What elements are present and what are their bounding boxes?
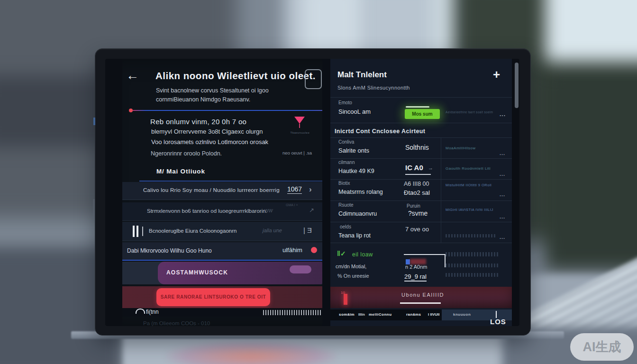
bg-sky-right <box>545 0 637 62</box>
flag-icon-stem <box>299 124 300 128</box>
task-line-2: blemyvl Orrervveme 3o8t Clgaexc olurgn <box>151 128 263 135</box>
chevron-right-icon: › <box>309 185 312 194</box>
flag-icon <box>294 117 305 124</box>
more-button[interactable]: ... <box>500 234 505 240</box>
more-button[interactable]: ... <box>500 191 505 197</box>
flag-caption: Tbasvnuolee <box>283 131 317 134</box>
list-item-label: Dabi Mkrorvoolo Wilhu Goo Huno <box>127 247 212 254</box>
row-value: A6 III8 00 <box>404 181 429 187</box>
task-meta-right: neo oeuvt | .sa <box>282 150 312 155</box>
row-label: Hautke 49 K9 <box>338 168 374 174</box>
more-button[interactable]: ... <box>500 171 505 177</box>
pause-icon-bar2 <box>136 226 138 237</box>
row-note: MoaAmlllHllsow <box>446 146 475 150</box>
more-button[interactable]: ... <box>500 150 505 156</box>
list-item-label: Calivo lou Rrio Soy moau / Nuoudilo lurr… <box>143 187 280 193</box>
list-item-script: jalla une <box>263 228 282 233</box>
desk-red-glow <box>166 341 337 364</box>
section-underline <box>139 181 322 182</box>
arrow-up-right-icon: ↗ <box>309 207 314 214</box>
bg-trees-lower <box>545 71 637 270</box>
status-row[interactable]: Emoto SincooL am Mos sum Aeldseieethire … <box>330 97 512 123</box>
progress-dot <box>129 109 133 112</box>
toggle-switch[interactable] <box>290 265 311 273</box>
metric-line-1: cm/dn Motial, <box>336 264 366 269</box>
row-top-label: cilmann <box>338 160 355 165</box>
taskbar-item[interactable]: melliConnu <box>369 312 392 317</box>
row-label: Salrite onts <box>338 147 369 154</box>
toggle-row[interactable]: AOSTAMHWUSOCK <box>158 262 322 284</box>
list-item-value: ulfāhim <box>282 246 302 254</box>
list-item[interactable]: Dabi Mkrorvoolo Wilhu Goo Huno ulfāhim <box>122 242 322 261</box>
page-title: Alikn noono Wileetlievt uio oleet. <box>155 70 316 82</box>
screen-left-margin <box>105 59 122 326</box>
text-cursor <box>496 311 497 318</box>
detail-row[interactable]: Biotix Meatsrrns rolang A6 III8 00 Ðtao2… <box>330 179 512 201</box>
status-label: SincooL am <box>338 108 371 115</box>
status-topline <box>406 106 429 108</box>
detail-row[interactable]: Conliva Salrite onts Solthnis MoaAmlllHl… <box>330 137 512 159</box>
row-value: Puruin <box>407 203 420 209</box>
scrollbar[interactable] <box>515 63 519 108</box>
taskbar: somāim IIIin melliConnu ranāms I IIVUIl … <box>330 309 512 320</box>
panel-subtitle: Slons AmM Slinesucynnontth <box>337 85 410 91</box>
bezel-side-tick-grey <box>93 199 95 221</box>
progress-line <box>133 110 323 111</box>
list-item[interactable]: Calivo lou Rrio Soy moau / Nuoudilo lurr… <box>122 182 322 200</box>
row-note: MistulHitM IIOtlttl 9 ORoll <box>446 183 491 187</box>
panel-divider <box>322 59 330 326</box>
taskbar-item[interactable]: somāim <box>339 312 355 317</box>
bezel-side-tick-blue <box>93 118 95 125</box>
list-item[interactable]: Bcnooleruglbe Eiura Coloonogaonrn jalla … <box>122 222 322 241</box>
taskbar-item[interactable]: ranāms <box>406 312 421 317</box>
screen: ← Alikn noono Wileetlievt uio oleet. Svi… <box>105 59 519 326</box>
row-label: Teana lip rot <box>338 232 371 239</box>
right-section-title: Inicrtd Cont Cnclosee Acirteut <box>335 128 425 135</box>
taskbar-item[interactable]: knuuuon <box>453 312 471 317</box>
detail-row[interactable]: Rsuote Cdimnuaonvru Puruin ?svme MlGirtl… <box>330 200 512 222</box>
banner-label: Ubonu EAIIIID <box>394 292 451 298</box>
metric-line-2: % On ureesie <box>337 273 369 279</box>
row-note: MlGirtl lAVtSTlA IVIti IIILIJ <box>446 208 493 212</box>
task-line-4: Ngeronrinnr oroolo Polodn. <box>151 150 222 157</box>
metric-redaction-3 <box>446 273 499 277</box>
list-item-label: Bcnooleruglbe Eiura Coloonogaonrn <box>149 228 237 234</box>
page-subtitle: Svint bacnolnew corvus Stesaltunet oi lg… <box>156 86 280 105</box>
pause-icon <box>133 226 135 237</box>
copy-icon[interactable] <box>305 69 322 89</box>
more-button[interactable]: ... <box>500 111 506 118</box>
panel-title: Malt Tnlelent <box>337 70 387 80</box>
list-item-script: ww <box>264 207 273 214</box>
task-line-1: Reb onlumv vinm, 20 0h 7 oo <box>150 118 246 126</box>
list-item[interactable]: Strmxlenvonn bo6 tanrioo od luoegreurrrk… <box>122 202 322 221</box>
photo-scene: ← Alikn noono Wileetlievt uio oleet. Svi… <box>0 0 637 364</box>
headphone-icon <box>136 309 145 314</box>
trend-arrow-icon: → <box>428 165 433 171</box>
metric-redaction-2 <box>446 264 499 267</box>
detail-row[interactable]: oelds Teana lip rot 7 ove oo ... <box>330 222 512 243</box>
chevron-icon: | Ǝ <box>303 226 312 234</box>
pause-icon-bar3 <box>142 227 143 236</box>
more-button[interactable]: ... <box>500 214 505 219</box>
back-button[interactable]: ← <box>126 68 139 83</box>
row-top-label: oelds <box>340 224 351 229</box>
metric-box-line-1: n 2 A0nm <box>405 264 427 270</box>
row-top-label: Rsuote <box>338 202 354 208</box>
alert-banner[interactable]: 10 Ubonu EAIIIID <box>330 287 512 308</box>
taskbar-item[interactable]: I IIVUIl <box>428 312 439 317</box>
row-value: 7 ove oo <box>405 226 429 233</box>
row-top-label: Biotix <box>338 181 350 186</box>
row-note: Gaoulth Roodnmlett Litl <box>446 166 491 171</box>
banner-underline <box>400 302 441 304</box>
row-value: IC A0 <box>405 164 423 172</box>
metric-box-line-2: 29_9 ral <box>404 273 427 282</box>
row-value-2: Ðtao2 sal <box>404 189 430 196</box>
add-button[interactable]: + <box>493 67 500 82</box>
row-value: Solthnis <box>405 144 429 151</box>
ai-watermark-label: AI生成 <box>583 340 621 354</box>
danger-button[interactable]: SARE RANORAE LINTSUROKO O TRE OIT <box>156 288 270 306</box>
ai-watermark: AI生成 <box>570 333 634 361</box>
taskbar-item[interactable]: IIIin <box>358 312 365 317</box>
row-value-2: ?svme <box>408 209 428 217</box>
detail-row[interactable]: cilmann Hautke 49 K9 IC A0 → Gaoulth Roo… <box>330 158 512 180</box>
